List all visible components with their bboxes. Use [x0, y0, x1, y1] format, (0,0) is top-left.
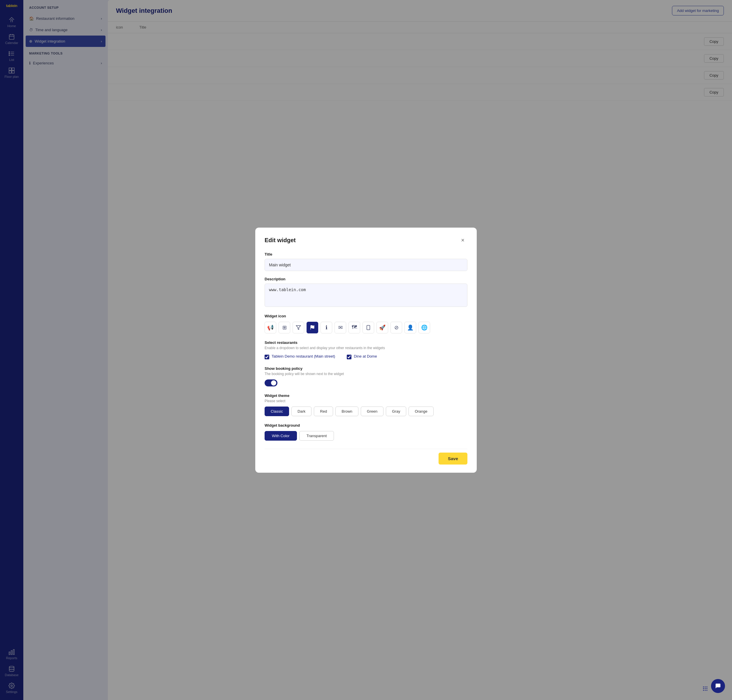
icon-btn-filter[interactable]: [293, 322, 304, 333]
icon-btn-columns[interactable]: ⊞: [279, 322, 290, 333]
title-input[interactable]: [265, 259, 467, 271]
icon-btn-info[interactable]: ℹ: [320, 322, 332, 333]
theme-btn-red[interactable]: Red: [314, 407, 333, 416]
bg-btn-with-color[interactable]: With Color: [265, 431, 297, 441]
booking-policy-toggle[interactable]: [265, 379, 278, 387]
modal-title: Edit widget: [265, 237, 296, 244]
icon-btn-megaphone[interactable]: 📢: [265, 322, 276, 333]
widget-theme-title: Widget theme: [265, 393, 467, 398]
icon-btn-tablet[interactable]: [363, 322, 374, 333]
apps-icon[interactable]: [702, 686, 708, 693]
svg-point-25: [706, 687, 707, 687]
theme-btn-classic[interactable]: Classic: [265, 407, 289, 416]
booking-policy-desc: The booking policy will be shown next to…: [265, 372, 467, 376]
icon-btn-mail[interactable]: ✉: [335, 322, 346, 333]
theme-btn-orange[interactable]: Orange: [409, 407, 433, 416]
select-restaurants-desc: Enable a dropdown to select and display …: [265, 346, 467, 350]
restaurant-check-2[interactable]: [347, 354, 351, 359]
select-restaurants-title: Select restaurants: [265, 340, 467, 345]
modal-close-button[interactable]: ×: [458, 236, 467, 245]
theme-btn-dark[interactable]: Dark: [291, 407, 312, 416]
save-button[interactable]: Save: [438, 453, 467, 465]
icon-btn-rocket[interactable]: 🚀: [376, 322, 388, 333]
icon-btn-user[interactable]: 👤: [404, 322, 416, 333]
svg-point-23: [703, 687, 704, 687]
svg-point-30: [705, 690, 706, 691]
widget-background-title: Widget background: [265, 423, 467, 428]
description-field-label: Description: [265, 277, 467, 281]
theme-btn-gray[interactable]: Gray: [386, 407, 406, 416]
svg-point-26: [703, 688, 704, 689]
icon-btn-globe[interactable]: 🌐: [419, 322, 430, 333]
theme-buttons: Classic Dark Red Brown Green Gray Orange: [265, 407, 467, 416]
bg-btn-transparent[interactable]: Transparent: [299, 431, 334, 441]
svg-marker-19: [296, 325, 301, 329]
icon-btn-flag[interactable]: [307, 322, 318, 333]
booking-policy-toggle-wrap: [265, 379, 467, 387]
svg-point-29: [703, 690, 704, 691]
svg-point-28: [706, 688, 707, 689]
svg-point-24: [705, 687, 706, 687]
restaurant-label-2: Dine at Dome: [354, 354, 377, 359]
title-field-label: Title: [265, 252, 467, 256]
restaurant-checkbox-2[interactable]: Dine at Dome: [347, 354, 377, 359]
modal-header: Edit widget ×: [265, 236, 467, 245]
icon-btn-map[interactable]: 🗺: [348, 322, 360, 333]
restaurant-label-1: Tablein Demo restaurant (Main street): [272, 354, 335, 359]
theme-btn-brown[interactable]: Brown: [335, 407, 359, 416]
icon-grid: 📢 ⊞ ℹ ✉ 🗺 🚀 ⊘ 👤 🌐: [265, 322, 467, 333]
restaurants-list: Tablein Demo restaurant (Main street) Di…: [265, 354, 467, 359]
icon-btn-slash[interactable]: ⊘: [391, 322, 402, 333]
description-textarea[interactable]: www.tablein.com: [265, 284, 467, 307]
svg-point-31: [706, 690, 707, 691]
modal-footer: Save: [265, 449, 467, 465]
booking-policy-title: Show booking policy: [265, 366, 467, 371]
theme-btn-green[interactable]: Green: [361, 407, 384, 416]
modal-overlay[interactable]: Edit widget × Title Description www.tabl…: [0, 0, 732, 700]
svg-point-27: [705, 688, 706, 689]
restaurant-check-1[interactable]: [265, 354, 269, 359]
chat-bubble[interactable]: [711, 679, 725, 693]
bg-buttons: With Color Transparent: [265, 431, 467, 441]
widget-theme-subtitle: Please select: [265, 399, 467, 403]
restaurant-checkbox-1[interactable]: Tablein Demo restaurant (Main street): [265, 354, 335, 359]
edit-widget-modal: Edit widget × Title Description www.tabl…: [255, 228, 477, 473]
widget-icon-label: Widget icon: [265, 314, 467, 318]
